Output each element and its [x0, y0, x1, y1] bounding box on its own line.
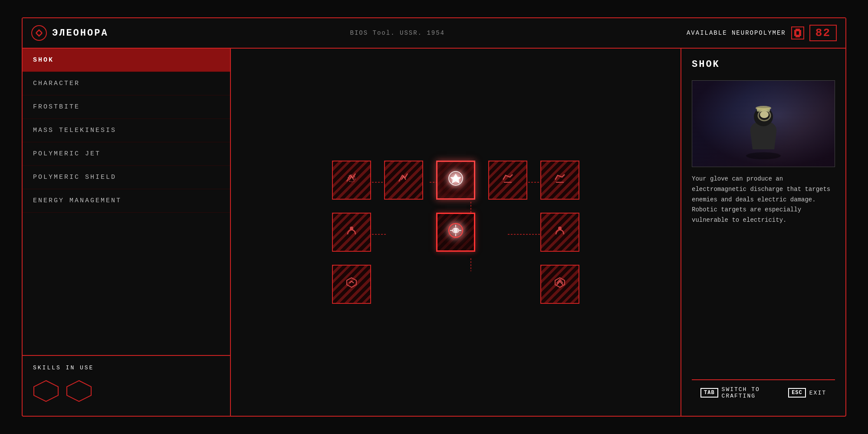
skills-in-use-label: SKILLS IN USE [33, 365, 220, 371]
skill-slot-2[interactable] [66, 380, 92, 402]
skill-node-0-1[interactable] [384, 161, 423, 200]
center-panel [231, 49, 681, 416]
skill-node-1-0[interactable] [332, 213, 371, 252]
skill-icon-2-4 [552, 274, 568, 294]
character-name: ЭЛЕОНОРА [52, 28, 108, 39]
skill-icon-0-4 [552, 170, 568, 190]
svg-point-21 [746, 152, 781, 159]
skills-in-use-section: SKILLS IN USE [23, 355, 230, 416]
exit-label: EXIT [809, 390, 826, 396]
svg-point-17 [350, 227, 353, 230]
svg-marker-5 [67, 381, 91, 401]
switch-to-crafting-button[interactable]: TAB SWITCH TO CRAFTING [700, 386, 779, 399]
skill-icon-0-0 [343, 170, 360, 190]
right-panel: SHOK [681, 49, 845, 416]
nav-list: SHOK CHARACTER FROSTBITE MASS TELEKINESI… [23, 49, 230, 355]
skill-node-1-4[interactable] [540, 213, 579, 252]
svg-rect-3 [796, 31, 799, 35]
skill-slot-1[interactable] [33, 380, 59, 402]
skill-icon-1-2 [447, 221, 465, 243]
top-bar-left: ЭЛЕОНОРА [31, 25, 108, 41]
bottom-bar: TAB SWITCH TO CRAFTING ESC EXIT [692, 379, 835, 405]
center-inner [330, 158, 582, 306]
svg-point-20 [558, 227, 562, 230]
sidebar-item-character[interactable]: CHARACTER [23, 72, 230, 95]
switch-to-crafting-label: SWITCH TO CRAFTING [722, 386, 780, 399]
skill-node-2-0[interactable] [332, 265, 371, 304]
logo-icon [31, 25, 47, 41]
sidebar-item-polymeric-jet[interactable]: POLYMERIC JET [23, 142, 230, 166]
skill-icon-1-0 [343, 222, 360, 242]
subtitle: BIOS Tool. USSR. 1954 [350, 30, 445, 36]
skill-node-1-2[interactable] [436, 213, 475, 252]
svg-rect-2 [796, 36, 800, 37]
skill-node-0-2[interactable] [436, 161, 475, 200]
top-bar-right: AVAILABLE NEUROPOLYMER 82 [687, 25, 837, 41]
skill-grid [330, 158, 582, 306]
skill-icon-1-4 [552, 222, 568, 242]
svg-point-16 [454, 176, 458, 181]
svg-point-23 [760, 111, 769, 118]
top-bar: ЭЛЕОНОРА BIOS Tool. USSR. 1954 AVAILABLE… [23, 18, 845, 49]
skill-node-0-0[interactable] [332, 161, 371, 200]
main-window: ЭЛЕОНОРА BIOS Tool. USSR. 1954 AVAILABLE… [22, 17, 846, 417]
sidebar-item-mass-telekinesis[interactable]: MASS TELEKINESIS [23, 119, 230, 142]
skill-icon-0-3 [500, 170, 516, 190]
sidebar-item-frostbite[interactable]: FROSTBITE [23, 95, 230, 119]
exit-button[interactable]: ESC EXIT [788, 388, 826, 398]
neuropolymer-label: AVAILABLE NEUROPOLYMER [687, 30, 786, 36]
skill-preview-image [692, 80, 835, 167]
skill-node-0-4[interactable] [540, 161, 579, 200]
svg-marker-4 [34, 381, 58, 401]
main-content: SHOK CHARACTER FROSTBITE MASS TELEKINESI… [23, 49, 845, 416]
skill-detail-title: SHOK [692, 59, 835, 70]
neuropolymer-count: 82 [809, 25, 837, 41]
neuropolymer-icon [791, 26, 804, 39]
sidebar-item-polymeric-shield[interactable]: POLYMERIC SHIELD [23, 166, 230, 189]
tab-key-label: TAB [700, 388, 718, 398]
skill-node-0-3[interactable] [488, 161, 527, 200]
skill-description: Your glove can produce an electromagneti… [692, 174, 835, 226]
skill-icon-2-0 [343, 274, 360, 294]
esc-key-label: ESC [788, 388, 806, 398]
svg-point-25 [756, 106, 771, 110]
skill-icon-0-2 [447, 169, 465, 191]
sidebar-item-shok[interactable]: SHOK [23, 49, 230, 72]
character-silhouette [729, 93, 798, 162]
skill-icon-0-1 [395, 170, 412, 190]
hexagons-row [33, 380, 220, 402]
skill-node-2-4[interactable] [540, 265, 579, 304]
svg-rect-0 [796, 29, 800, 30]
left-panel: SHOK CHARACTER FROSTBITE MASS TELEKINESI… [23, 49, 231, 416]
sidebar-item-energy-management[interactable]: ENERGY MANAGEMENT [23, 189, 230, 213]
svg-point-19 [454, 228, 458, 233]
